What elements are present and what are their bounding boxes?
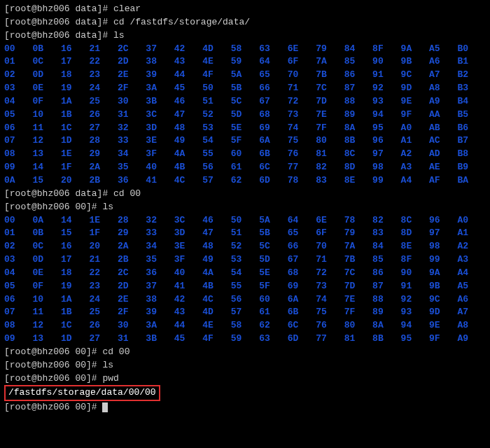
prompt-line[interactable]: [root@bhz006 00]#	[4, 401, 486, 414]
directory-item: 3A	[146, 82, 174, 95]
directory-item: 4E	[202, 319, 230, 332]
directory-item: 80	[316, 134, 344, 148]
directory-item: 01	[4, 227, 32, 240]
directory-item: 1D	[61, 134, 89, 148]
directory-item: 72	[316, 267, 344, 280]
directory-item: 25	[89, 306, 117, 319]
directory-item: 0F	[32, 280, 60, 293]
directory-item: 09	[4, 332, 32, 346]
directory-item: 3B	[146, 332, 174, 346]
directory-item: 16	[61, 240, 89, 253]
directory-item: 2B	[118, 253, 146, 267]
directory-item: A4	[458, 267, 486, 280]
directory-item: 4E	[202, 55, 230, 69]
directory-item: 55	[231, 280, 259, 293]
directory-item: 68	[288, 267, 316, 280]
directory-item: 6E	[316, 214, 344, 227]
directory-item: 50	[202, 82, 230, 95]
directory-item: 93	[401, 306, 429, 319]
directory-item: 18	[61, 267, 89, 280]
directory-item: 02	[4, 240, 32, 253]
directory-item: 66	[259, 82, 287, 95]
directory-item: 30	[118, 95, 146, 108]
directory-item: 46	[202, 214, 230, 227]
directory-item: 6B	[288, 306, 316, 319]
directory-item: 91	[372, 69, 400, 82]
directory-item: 48	[174, 122, 202, 135]
directory-item: 7E	[316, 108, 344, 122]
directory-item: 03	[4, 253, 32, 267]
directory-item: 17	[61, 55, 89, 69]
directory-listing: 000B16212C37424D58636E79848F9AA5B0010C17…	[4, 43, 486, 188]
directory-item: 2A	[89, 161, 117, 174]
directory-item: 95	[372, 122, 400, 135]
directory-item: 79	[344, 227, 372, 240]
directory-item: 9E	[401, 95, 429, 108]
directory-item: 3F	[146, 148, 174, 161]
directory-item: 4F	[202, 69, 230, 82]
directory-item: 99	[429, 253, 457, 267]
directory-item: 31	[118, 332, 146, 346]
directory-item: 34	[146, 240, 174, 253]
directory-item: 39	[146, 306, 174, 319]
directory-item: 1B	[61, 306, 89, 319]
directory-item: 8D	[344, 161, 372, 174]
directory-item: 10	[32, 108, 60, 122]
prompt: [root@bhz006 00]#	[4, 346, 102, 357]
directory-item: 2C	[118, 267, 146, 280]
directory-item: 54	[202, 134, 230, 148]
directory-item: 42	[174, 293, 202, 307]
directory-item: 96	[429, 214, 457, 227]
directory-item: 67	[288, 253, 316, 267]
prompt-line: [root@bhz006 data]# cd 00	[4, 188, 486, 201]
directory-item: 72	[288, 95, 316, 108]
directory-item: 78	[288, 174, 316, 188]
directory-item: 57	[202, 174, 230, 188]
directory-item: 64	[288, 214, 316, 227]
directory-item: 91	[401, 280, 429, 293]
directory-item: 26	[89, 319, 117, 332]
directory-item: 2D	[118, 55, 146, 69]
directory-item: 9C	[401, 69, 429, 82]
directory-item: 0D	[32, 69, 60, 82]
directory-item: 8A	[344, 122, 372, 135]
directory-item: 5C	[259, 240, 287, 253]
directory-item: 65	[288, 227, 316, 240]
directory-item: 97	[372, 148, 400, 161]
directory-item: A8	[458, 319, 486, 332]
directory-item: 07	[4, 134, 32, 148]
directory-item: A7	[458, 306, 486, 319]
directory-item: 89	[344, 108, 372, 122]
command: cd /fastdfs/storage/data/	[113, 17, 250, 27]
directory-item: 7A	[344, 240, 372, 253]
directory-item: 4C	[174, 174, 202, 188]
directory-item: 5B	[259, 227, 287, 240]
directory-item: 5C	[231, 95, 259, 108]
directory-item: 7A	[316, 55, 344, 69]
directory-item: 9A	[401, 43, 429, 56]
directory-item: 3B	[146, 95, 174, 108]
pwd-output: /fastdfs/storage/data/00/00	[4, 385, 486, 401]
directory-item: 62	[231, 174, 259, 188]
directory-item: 11	[32, 122, 60, 135]
directory-item: 56	[231, 293, 259, 307]
directory-item: 28	[118, 214, 146, 227]
directory-item: 84	[344, 43, 372, 56]
directory-item: 19	[61, 280, 89, 293]
directory-item: 9C	[429, 293, 457, 307]
prompt: [root@bhz006 data]#	[4, 188, 113, 199]
directory-item: 6F	[316, 227, 344, 240]
directory-item: 3C	[174, 214, 202, 227]
directory-item: AD	[429, 148, 457, 161]
directory-item: 9B	[401, 55, 429, 69]
directory-item: 49	[174, 134, 202, 148]
highlighted-path: /fastdfs/storage/data/00/00	[4, 385, 160, 401]
directory-item: A2	[401, 148, 429, 161]
directory-item: 5E	[231, 122, 259, 135]
directory-item: 40	[174, 267, 202, 280]
directory-item: 4D	[202, 306, 230, 319]
directory-item: A7	[429, 69, 457, 82]
directory-item: 9D	[429, 306, 457, 319]
directory-item: 37	[146, 43, 174, 56]
directory-item: 6A	[288, 293, 316, 307]
